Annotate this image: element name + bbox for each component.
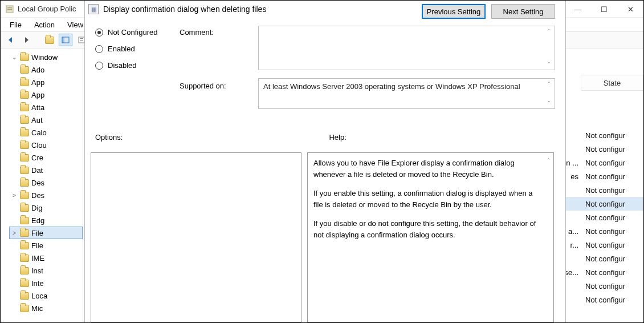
tree-item-label: Aut [31,116,43,124]
state-cell[interactable]: Not configur [581,238,643,252]
tree-item[interactable]: Edg [11,214,83,227]
tree-item[interactable]: File [11,239,83,252]
state-cell[interactable]: Not configur [581,142,643,156]
tree-item[interactable]: Aut [11,114,83,126]
nav-tree[interactable]: ⌄Window AdoAppAppAttaAutCaloClouCreDatDe… [1,49,83,322]
policy-setting-dialog: ▦ Display confirmation dialog when delet… [84,1,566,322]
column-header-state[interactable]: State [581,75,643,91]
state-cell[interactable]: Not configur [581,197,643,211]
tree-item-label: Mic [31,304,43,313]
folder-icon [20,179,29,187]
tree-item-root[interactable]: ⌄Window [11,51,83,63]
tree-item[interactable]: Inst [11,264,83,277]
gpedit-app-icon [5,5,14,14]
menu-file[interactable]: File [4,19,27,30]
comment-textarea[interactable]: ˄ ˅ [258,26,555,70]
svg-rect-2 [7,9,12,10]
tree-item-label: Dat [31,166,43,175]
tree-item[interactable]: Ado [11,63,83,76]
tree-item[interactable]: Des [11,176,83,189]
tree-item[interactable]: Mic [11,302,83,314]
tree-item[interactable]: App [11,76,83,88]
tree-item-label: Des [31,191,44,200]
next-setting-button[interactable]: Next Setting [491,4,555,19]
tree-item[interactable]: Calo [11,126,83,139]
state-cell[interactable]: Not configur [581,128,643,142]
tree-item[interactable]: Clou [11,139,83,151]
forward-button[interactable] [20,34,34,46]
dialog-title: Display confirmation dialog when deletin… [103,5,266,14]
close-button[interactable]: ✕ [617,1,643,18]
help-label: Help: [329,133,346,142]
folder-icon [20,91,29,99]
state-cell[interactable]: Not configur [581,265,643,279]
svg-rect-6 [80,38,83,39]
tree-item-label: Cre [31,154,43,162]
state-cell[interactable]: Not configur [581,252,643,265]
folder-icon [20,142,29,149]
state-cell[interactable]: Not configur [581,156,643,169]
tree-item[interactable]: Loca [11,289,83,302]
radio-enabled[interactable]: Enabled [95,45,175,53]
up-folder-button[interactable] [43,34,56,46]
state-cell[interactable]: Not configur [581,183,643,197]
tree-item[interactable]: >File [9,227,83,239]
folder-icon [20,129,29,136]
state-cell[interactable]: Not configur [581,279,643,293]
state-cell[interactable]: Not configur [581,169,643,183]
expander-icon[interactable]: > [11,192,18,199]
radio-disabled[interactable]: Disabled [95,61,175,70]
folder-icon [20,54,29,61]
tree-item-label: IME [31,254,44,263]
folder-icon [20,292,29,300]
tree-item[interactable]: >Des [11,189,83,201]
folder-icon [20,154,29,161]
tree-item-label: Calo [31,128,47,137]
menu-action[interactable]: Action [28,19,60,30]
folder-icon [20,66,29,74]
dialog-icon: ▦ [88,4,99,14]
folder-icon [20,267,29,274]
back-button[interactable] [4,34,18,46]
svg-rect-4 [62,37,64,43]
show-tree-button[interactable] [59,34,72,46]
help-paragraph: If you disable or do not configure this … [313,218,541,240]
supported-on-label: Supported on: [180,78,254,109]
svg-rect-7 [80,40,83,41]
tree-item-label: File [31,241,43,250]
scroll-up-icon[interactable]: ˄ [544,27,553,35]
scroll-up-icon[interactable]: ˄ [544,80,553,88]
tree-item-label: Ado [31,66,44,74]
tree-item-label: App [31,91,44,99]
tree-item[interactable]: IME [11,252,83,264]
tree-item[interactable]: Dig [11,201,83,214]
folder-icon [20,192,29,199]
scroll-down-icon[interactable]: ˅ [544,60,553,68]
expander-icon[interactable]: > [11,230,18,236]
previous-setting-button[interactable]: Previous Setting [422,4,486,19]
folder-icon [20,255,29,262]
tree-item[interactable]: App [11,88,83,101]
help-paragraph: If you enable this setting, a confirmati… [313,188,541,210]
options-label: Options: [95,133,123,142]
dialog-titlebar: ▦ Display confirmation dialog when delet… [85,1,565,18]
folder-icon [20,167,29,174]
scroll-down-icon[interactable]: ˅ [544,99,553,107]
state-cell[interactable]: Not configur [581,293,643,306]
tree-item[interactable]: Inte [11,277,83,289]
tree-item[interactable]: Cre [11,151,83,164]
tree-item[interactable]: Atta [11,101,83,114]
radio-not-configured[interactable]: Not Configured [95,28,175,37]
minimize-button[interactable]: — [565,1,591,18]
options-panel [91,152,301,322]
help-paragraph: Allows you to have File Explorer display… [313,158,541,180]
maximize-button[interactable]: ☐ [591,1,617,18]
folder-icon [20,242,29,249]
folder-icon [20,116,29,124]
scroll-up-icon[interactable]: ˄ [547,156,552,162]
tree-item-label: Loca [31,292,47,300]
state-cell[interactable]: Not configur [581,211,643,224]
radio-icon [95,62,103,70]
tree-item[interactable]: Dat [11,164,83,176]
state-cell[interactable]: Not configur [581,224,643,238]
